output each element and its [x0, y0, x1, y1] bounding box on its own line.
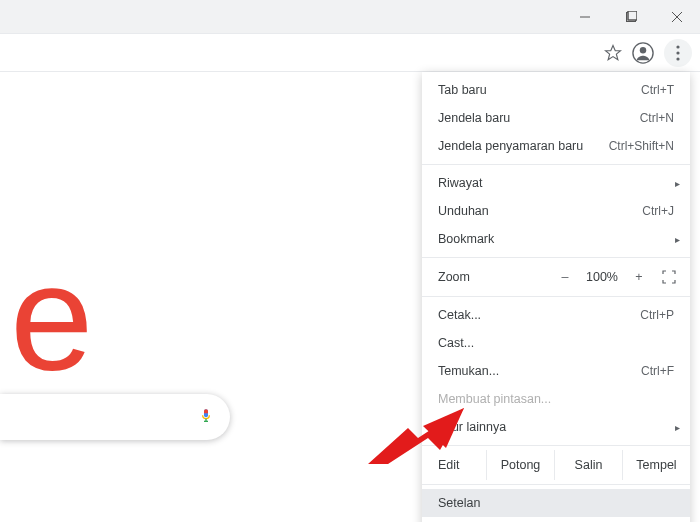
- svg-point-8: [640, 47, 646, 53]
- menu-item-print[interactable]: Cetak... Ctrl+P: [422, 301, 690, 329]
- menu-item-shortcut: Ctrl+Shift+N: [609, 139, 674, 153]
- svg-point-10: [676, 51, 679, 54]
- menu-item-shortcut: Ctrl+J: [642, 204, 674, 218]
- main-menu-button[interactable]: [664, 39, 692, 67]
- menu-item-label: Jendela baru: [438, 111, 510, 125]
- google-logo-fragment: e: [10, 232, 89, 405]
- menu-item-bookmarks[interactable]: Bookmark ▸: [422, 225, 690, 253]
- menu-separator: [422, 164, 690, 165]
- chevron-right-icon: ▸: [675, 234, 680, 245]
- menu-item-shortcut: Ctrl+P: [640, 308, 674, 322]
- menu-item-label: Membuat pintasan...: [438, 392, 551, 406]
- edit-paste-button[interactable]: Tempel: [622, 450, 690, 480]
- menu-item-label: Riwayat: [438, 176, 482, 190]
- zoom-value: 100%: [582, 270, 622, 284]
- menu-item-label: Unduhan: [438, 204, 489, 218]
- maximize-button[interactable]: [608, 0, 654, 34]
- edit-copy-button[interactable]: Salin: [554, 450, 622, 480]
- menu-edit-row: Edit Potong Salin Tempel: [422, 450, 690, 480]
- svg-marker-6: [606, 45, 621, 59]
- menu-item-label: Setelan: [438, 496, 480, 510]
- window-controls: [562, 0, 700, 34]
- zoom-in-button[interactable]: +: [628, 270, 650, 284]
- svg-point-11: [676, 57, 679, 60]
- edit-label: Edit: [438, 450, 486, 480]
- close-button[interactable]: [654, 0, 700, 34]
- menu-item-incognito[interactable]: Jendela penyamaran baru Ctrl+Shift+N: [422, 132, 690, 160]
- menu-item-history[interactable]: Riwayat ▸: [422, 169, 690, 197]
- menu-item-new-window[interactable]: Jendela baru Ctrl+N: [422, 104, 690, 132]
- menu-item-label: Temukan...: [438, 364, 499, 378]
- menu-item-help[interactable]: Bantuan ▸: [422, 517, 690, 522]
- menu-item-create-shortcut: Membuat pintasan...: [422, 385, 690, 413]
- menu-item-find[interactable]: Temukan... Ctrl+F: [422, 357, 690, 385]
- menu-item-label: Bookmark: [438, 232, 494, 246]
- menu-item-shortcut: Ctrl+T: [641, 83, 674, 97]
- window-titlebar: [0, 0, 700, 34]
- fullscreen-icon[interactable]: [656, 270, 682, 284]
- edit-cut-button[interactable]: Potong: [486, 450, 554, 480]
- menu-zoom-row: Zoom – 100% +: [422, 262, 690, 292]
- menu-item-shortcut: Ctrl+F: [641, 364, 674, 378]
- menu-item-label: Fitur lainnya: [438, 420, 506, 434]
- profile-avatar-icon[interactable]: [632, 42, 654, 64]
- chevron-right-icon: ▸: [675, 178, 680, 189]
- zoom-label: Zoom: [438, 270, 508, 284]
- menu-item-cast[interactable]: Cast...: [422, 329, 690, 357]
- svg-point-9: [676, 45, 679, 48]
- menu-item-label: Cast...: [438, 336, 474, 350]
- menu-item-label: Cetak...: [438, 308, 481, 322]
- menu-separator: [422, 257, 690, 258]
- menu-item-label: Jendela penyamaran baru: [438, 139, 583, 153]
- svg-rect-2: [628, 11, 637, 20]
- menu-separator: [422, 445, 690, 446]
- menu-item-shortcut: Ctrl+N: [640, 111, 674, 125]
- main-menu-dropdown: Tab baru Ctrl+T Jendela baru Ctrl+N Jend…: [422, 72, 690, 522]
- menu-item-downloads[interactable]: Unduhan Ctrl+J: [422, 197, 690, 225]
- voice-search-icon[interactable]: [198, 405, 214, 430]
- menu-item-settings[interactable]: Setelan: [422, 489, 690, 517]
- search-box[interactable]: [0, 394, 230, 440]
- menu-item-more-tools[interactable]: Fitur lainnya ▸: [422, 413, 690, 441]
- browser-toolbar: [0, 34, 700, 72]
- menu-item-new-tab[interactable]: Tab baru Ctrl+T: [422, 76, 690, 104]
- menu-separator: [422, 484, 690, 485]
- zoom-out-button[interactable]: –: [554, 270, 576, 284]
- menu-separator: [422, 296, 690, 297]
- minimize-button[interactable]: [562, 0, 608, 34]
- chevron-right-icon: ▸: [675, 422, 680, 433]
- bookmark-star-icon[interactable]: [604, 44, 622, 62]
- menu-item-label: Tab baru: [438, 83, 487, 97]
